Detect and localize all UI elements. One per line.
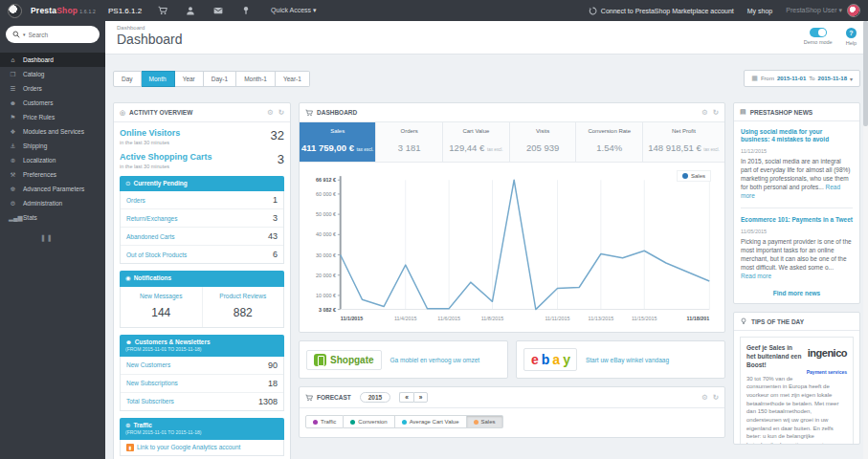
- settings-gear-icon[interactable]: ⚙: [701, 393, 708, 402]
- product-reviews-cell[interactable]: Product Reviews882: [203, 287, 284, 327]
- row-label[interactable]: New Customers: [126, 361, 170, 368]
- customer-icon[interactable]: [184, 5, 197, 16]
- sidebar-item-catalog[interactable]: ❐Catalog: [0, 67, 105, 81]
- sidebar-item-label: Dashboard: [23, 56, 54, 63]
- demo-mode-toggle[interactable]: Demo mode: [804, 28, 833, 45]
- row-label[interactable]: New Subscriptions: [126, 380, 178, 386]
- new-messages-cell[interactable]: New Messages144: [121, 287, 203, 327]
- ingenico-logo[interactable]: ingenico Payment services: [807, 343, 847, 378]
- sidebar-item-customers[interactable]: ☻Customers: [0, 96, 105, 110]
- my-shop-link[interactable]: My shop: [747, 8, 772, 14]
- pending-row-orders[interactable]: Orders1: [121, 191, 283, 209]
- cart-icon[interactable]: [156, 5, 169, 16]
- kpi-orders[interactable]: Orders3 181: [376, 122, 443, 162]
- kpi-sales[interactable]: Sales411 759,00 € tax excl.: [300, 122, 376, 162]
- sidebar-item-administration[interactable]: ⚙Administration: [0, 196, 105, 210]
- pin-icon[interactable]: [239, 5, 253, 16]
- search-input[interactable]: [29, 32, 93, 38]
- online-visitors-metric[interactable]: Online Visitorsin the last 30 minutes 32: [120, 128, 284, 145]
- metric-button-conversion[interactable]: Conversion: [344, 415, 394, 428]
- find-more-news-link[interactable]: Find more news: [741, 290, 853, 296]
- metric-button-traffic[interactable]: Traffic: [305, 415, 344, 428]
- range-button-day[interactable]: Day: [113, 71, 142, 87]
- messages-icon[interactable]: [211, 5, 225, 16]
- settings-gear-icon[interactable]: ⚙: [267, 108, 274, 117]
- article-title-link[interactable]: Ecommerce 101: Payments in a Tweet: [741, 216, 853, 224]
- row-label[interactable]: Return/Exchanges: [126, 215, 177, 222]
- sidebar-item-stats[interactable]: ▂▄▆Stats: [0, 210, 105, 225]
- kpi-cart-value[interactable]: Cart Value129,44 € tax excl.: [443, 122, 510, 162]
- marketplace-link[interactable]: Connect to PrestaShop Marketplace accoun…: [589, 7, 734, 15]
- pending-row-returns[interactable]: Return/Exchanges3: [121, 209, 283, 228]
- customers-row-new-customers[interactable]: New Customers90: [121, 357, 283, 375]
- toggle-on-icon[interactable]: [810, 28, 827, 37]
- metric-button-sales[interactable]: Sales: [467, 415, 503, 428]
- kpi-visits[interactable]: Visits205 939: [510, 122, 577, 162]
- prestashop-logo-icon[interactable]: [8, 4, 22, 18]
- range-button-year-1[interactable]: Year-1: [276, 71, 310, 87]
- date-range-picker[interactable]: ▦ From 2015-11-01 To 2015-11-18 ▾: [744, 70, 860, 87]
- sidebar-item-orders[interactable]: ☰Orders: [0, 81, 105, 96]
- row-label[interactable]: Orders: [126, 197, 145, 204]
- range-button-year[interactable]: Year: [175, 71, 204, 87]
- scrollbar-thumb[interactable]: [863, 21, 868, 126]
- legend-dot-icon: [682, 173, 688, 179]
- customers-row-new-subscriptions[interactable]: New Subscriptions18: [121, 375, 283, 393]
- sidebar-item-shipping[interactable]: ⚓Shipping: [0, 139, 105, 153]
- online-visitors-label[interactable]: Online Visitors: [120, 128, 180, 138]
- cell-label[interactable]: New Messages: [122, 293, 200, 299]
- range-button-day-1[interactable]: Day-1: [204, 71, 236, 87]
- active-carts-metric[interactable]: Active Shopping Cartsin the last 30 minu…: [120, 152, 284, 169]
- google-analytics-row[interactable]: ▮Link to your Google Analytics account: [121, 440, 283, 455]
- date-caret-icon: ▾: [850, 76, 853, 82]
- ebay-banner[interactable]: ebay Start uw eBay winkel vandaag: [516, 340, 725, 379]
- row-label[interactable]: Out of Stock Products: [126, 251, 187, 258]
- sidebar-item-advanced-parameters[interactable]: ☸Advanced Parameters: [0, 182, 105, 196]
- help-button[interactable]: ? Help: [846, 28, 857, 46]
- kpi-value: 129,44 €: [449, 142, 484, 153]
- quick-access-menu[interactable]: Quick Access ▾: [271, 7, 316, 14]
- range-button-month[interactable]: Month: [142, 71, 175, 87]
- ebay-link[interactable]: Start uw eBay winkel vandaag: [586, 357, 669, 363]
- metric-button-average-cart-value[interactable]: Average Cart Value: [395, 415, 467, 428]
- pending-row-out-of-stock[interactable]: Out of Stock Products6: [121, 246, 283, 263]
- refresh-icon[interactable]: ↻: [278, 108, 284, 117]
- sidebar-item-price-rules[interactable]: ⚑Price Rules: [0, 110, 105, 124]
- article-title-link[interactable]: Using social media for your business: 4 …: [741, 128, 853, 144]
- google-analytics-link[interactable]: Link to your Google Analytics account: [137, 444, 240, 450]
- active-carts-label[interactable]: Active Shopping Carts: [120, 152, 212, 162]
- breadcrumb[interactable]: Dashboard: [117, 25, 183, 31]
- tip-content[interactable]: ingenico Payment services Geef je Sales …: [740, 337, 854, 445]
- row-label[interactable]: Total Subscribers: [126, 398, 174, 404]
- user-menu[interactable]: PrestaShop User ▾: [786, 4, 860, 17]
- kpi-value: 148 918,51 €: [648, 142, 701, 153]
- sidebar-item-localization[interactable]: ⊕Localization: [0, 153, 105, 167]
- sidebar-item-label: Shipping: [23, 142, 47, 149]
- pending-row-abandoned-carts[interactable]: Abandoned Carts43: [121, 228, 283, 246]
- shopgate-link[interactable]: Ga mobiel en verhoog uw omzet: [390, 357, 480, 363]
- next-year-button[interactable]: »: [413, 392, 429, 403]
- refresh-icon[interactable]: ↻: [713, 393, 719, 402]
- cell-label[interactable]: Product Reviews: [205, 293, 282, 299]
- refresh-icon[interactable]: ↻: [713, 108, 719, 117]
- brand[interactable]: PrestaShop1.6.1.2: [31, 6, 96, 15]
- sidebar-search[interactable]: ▾: [6, 26, 100, 43]
- sidebar-item-dashboard[interactable]: ⌂Dashboard: [0, 53, 105, 67]
- sidebar-item-preferences[interactable]: ⚒Preferences: [0, 167, 105, 182]
- kpi-conversion-rate[interactable]: Conversion Rate1.54%: [576, 122, 643, 162]
- customers-row-total-subscribers[interactable]: Total Subscribers1308: [121, 393, 283, 410]
- sidebar-item-label: Localization: [23, 157, 56, 164]
- range-button-month-1[interactable]: Month-1: [236, 71, 276, 87]
- scrollbar[interactable]: [863, 21, 868, 459]
- settings-gear-icon[interactable]: ⚙: [701, 108, 708, 117]
- sidebar-collapse-icon[interactable]: ❚❚: [40, 234, 105, 242]
- row-label[interactable]: Abandoned Carts: [126, 233, 175, 240]
- sidebar-item-modules-and-services[interactable]: ❖Modules and Services: [0, 124, 105, 139]
- search-scope-caret-icon[interactable]: ▾: [23, 32, 26, 37]
- shopgate-banner[interactable]: Shopgate Ga mobiel en verhoog uw omzet: [299, 340, 508, 379]
- previous-year-button[interactable]: «: [399, 392, 413, 403]
- forecast-year: 2015: [360, 392, 390, 403]
- kpi-net-profit[interactable]: Net Profit148 918,51 € tax excl.: [643, 122, 724, 162]
- shop-name-link[interactable]: PS1.6.1.2: [108, 7, 142, 15]
- read-more-link[interactable]: Read more: [741, 273, 771, 279]
